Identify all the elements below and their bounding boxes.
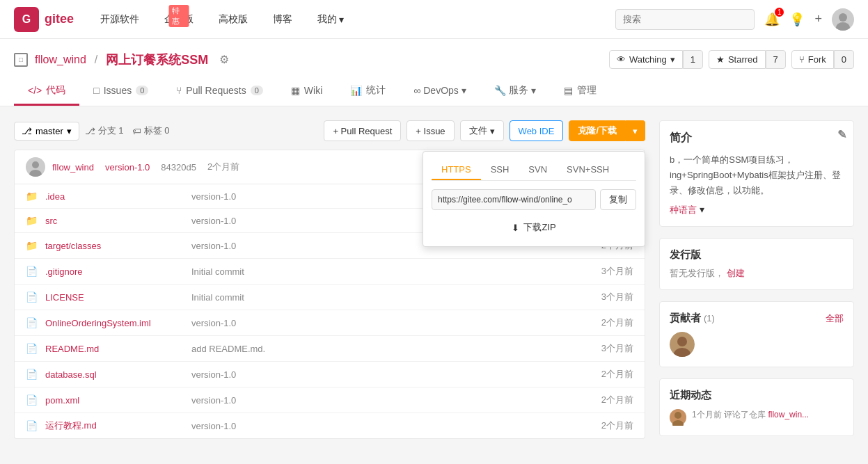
file-link[interactable]: README.md <box>45 344 184 354</box>
tab-issues[interactable]: □ Issues 0 <box>79 77 162 106</box>
issue-button[interactable]: + Issue <box>407 120 454 141</box>
contributors-all-link[interactable]: 全部 <box>826 312 844 325</box>
nav-university[interactable]: 高校版 <box>213 10 253 29</box>
webide-button[interactable]: Web IDE <box>510 120 564 141</box>
watch-group: 👁 Watching ▾ 1 <box>609 50 703 69</box>
pr-icon: ⑂ <box>176 85 182 96</box>
star-count[interactable]: 7 <box>766 50 786 69</box>
nav-enterprise[interactable]: 企业版 特惠 <box>159 10 199 29</box>
file-time: 2个月前 <box>578 419 633 432</box>
file-icon: 📄 <box>26 266 38 277</box>
clone-tab-svn[interactable]: SVN <box>519 160 557 180</box>
stats-icon: 📊 <box>350 85 362 96</box>
notification-badge: 1 <box>775 8 784 17</box>
clone-tab-svnssh[interactable]: SVN+SSH <box>557 160 619 180</box>
file-link[interactable]: .idea <box>45 191 184 202</box>
lang-link[interactable]: 种语言 <box>670 205 697 215</box>
repo-tabs: </> 代码 □ Issues 0 ⑂ Pull Requests 0 ▦ Wi… <box>14 77 854 106</box>
folder-icon: 📁 <box>26 191 38 202</box>
file-commit-msg: version-1.0 <box>191 318 571 328</box>
file-button[interactable]: 文件 ▾ <box>460 120 504 141</box>
plus-icon[interactable]: + <box>814 12 822 26</box>
branch-arrow: ▾ <box>67 126 72 136</box>
header-right: 🔔 1 💡 + <box>615 8 854 31</box>
repo-name[interactable]: 网上订餐系统SSM <box>106 51 208 68</box>
nav-blog[interactable]: 博客 <box>267 10 298 29</box>
toolbar-info: ⎇ 分支 1 🏷 标签 0 <box>85 125 170 137</box>
activity-link[interactable]: fllow_win... <box>768 410 809 419</box>
fork-count[interactable]: 0 <box>834 50 854 69</box>
contributor-avatar[interactable] <box>670 332 695 357</box>
clone-tab-ssh[interactable]: SSH <box>481 160 519 180</box>
pr-badge: 0 <box>251 86 263 95</box>
clone-wrapper: 克隆/下载 ▾ HTTPS SSH SVN SVN+SSH 复制 <box>569 120 645 141</box>
table-row: 📄 .gitignore Initial commit 3个月前 <box>15 259 645 285</box>
table-row: 📄 运行教程.md version-1.0 2个月前 <box>15 413 645 438</box>
clone-dropdown: HTTPS SSH SVN SVN+SSH 复制 ⬇ 下载ZIP <box>423 151 645 247</box>
file-link[interactable]: OnlineOrderingSystem.iml <box>45 318 184 328</box>
fork-button[interactable]: ⑂ Fork <box>791 50 834 69</box>
tab-stats[interactable]: 📊 统计 <box>336 77 400 106</box>
search-input[interactable] <box>615 9 755 30</box>
file-link[interactable]: src <box>45 216 184 226</box>
branches-link[interactable]: ⎇ 分支 1 <box>85 125 124 137</box>
intro-title: 简介 ✎ <box>670 131 844 145</box>
clone-tab-https[interactable]: HTTPS <box>432 160 481 180</box>
file-link[interactable]: pom.xml <box>45 395 184 406</box>
tab-wiki[interactable]: ▦ Wiki <box>277 77 336 106</box>
file-link[interactable]: LICENSE <box>45 292 184 303</box>
star-icon: ★ <box>716 54 725 65</box>
intro-edit-icon[interactable]: ✎ <box>837 128 846 141</box>
clone-button[interactable]: 克隆/下载 <box>569 120 626 141</box>
logo[interactable]: G gitee <box>14 7 74 32</box>
tab-manage[interactable]: ▤ 管理 <box>550 77 610 106</box>
lang-arrow: ▾ <box>700 204 704 215</box>
pull-request-button[interactable]: + Pull Request <box>324 120 401 141</box>
contributors-box: 贡献者 (1) 全部 <box>659 301 854 367</box>
file-link[interactable]: 运行教程.md <box>45 419 184 432</box>
file-link[interactable]: database.sql <box>45 369 184 380</box>
watch-button[interactable]: 👁 Watching ▾ <box>609 50 683 69</box>
repo-settings-icon[interactable]: ⚙ <box>219 53 229 66</box>
eye-icon: 👁 <box>617 54 626 65</box>
nav-opensource[interactable]: 开源软件 <box>95 10 145 29</box>
tab-services[interactable]: 🔧 服务 ▾ <box>480 77 550 106</box>
clone-arrow-button[interactable]: ▾ <box>626 120 645 141</box>
download-zip-button[interactable]: ⬇ 下载ZIP <box>432 217 636 238</box>
tab-devops[interactable]: ∞ DevOps ▾ <box>400 77 480 106</box>
watch-count[interactable]: 1 <box>683 50 703 69</box>
commit-author[interactable]: fllow_wind <box>52 162 94 173</box>
avatar[interactable] <box>832 8 854 31</box>
file-icon: 📄 <box>26 291 38 303</box>
fork-icon: ⑂ <box>799 54 805 65</box>
nav-mine[interactable]: 我的 ▾ <box>312 10 349 29</box>
release-create-link[interactable]: 创建 <box>727 268 745 278</box>
file-icon: 📄 <box>26 420 38 431</box>
location-icon[interactable]: 💡 <box>789 12 805 27</box>
branch-selector[interactable]: ⎇ master ▾ <box>14 122 79 141</box>
table-row: 📄 pom.xml version-1.0 2个月前 <box>15 387 645 413</box>
clone-url-input[interactable] <box>432 189 596 210</box>
header: G gitee 开源软件 企业版 特惠 高校版 博客 我的 ▾ 🔔 1 💡 + <box>0 0 868 39</box>
file-commit-msg: version-1.0 <box>191 395 571 406</box>
table-row: 📄 LICENSE Initial commit 3个月前 <box>15 285 645 310</box>
file-time: 2个月前 <box>578 368 633 381</box>
tags-link[interactable]: 🏷 标签 0 <box>132 125 170 137</box>
copy-button[interactable]: 复制 <box>600 189 636 210</box>
left-panel: ⎇ master ▾ ⎇ 分支 1 🏷 标签 0 + Pull Request … <box>14 120 645 439</box>
commit-hash[interactable]: 84320d5 <box>161 162 196 173</box>
notification-icon[interactable]: 🔔 1 <box>764 12 780 27</box>
clone-url-row: 复制 <box>432 189 636 210</box>
branch-icon: ⎇ <box>22 126 32 136</box>
file-link[interactable]: .gitignore <box>45 266 184 277</box>
file-link[interactable]: target/classes <box>45 241 184 251</box>
wiki-icon: ▦ <box>291 85 300 96</box>
repo-public-icon: □ <box>14 53 28 67</box>
tab-code[interactable]: </> 代码 <box>14 77 79 106</box>
file-icon: 📄 <box>26 369 38 380</box>
commit-version[interactable]: version-1.0 <box>105 162 150 173</box>
fork-group: ⑂ Fork 0 <box>791 50 854 69</box>
repo-owner[interactable]: fllow_wind <box>35 54 86 66</box>
star-button[interactable]: ★ Starred <box>709 50 766 69</box>
tab-pullrequests[interactable]: ⑂ Pull Requests 0 <box>162 77 277 106</box>
